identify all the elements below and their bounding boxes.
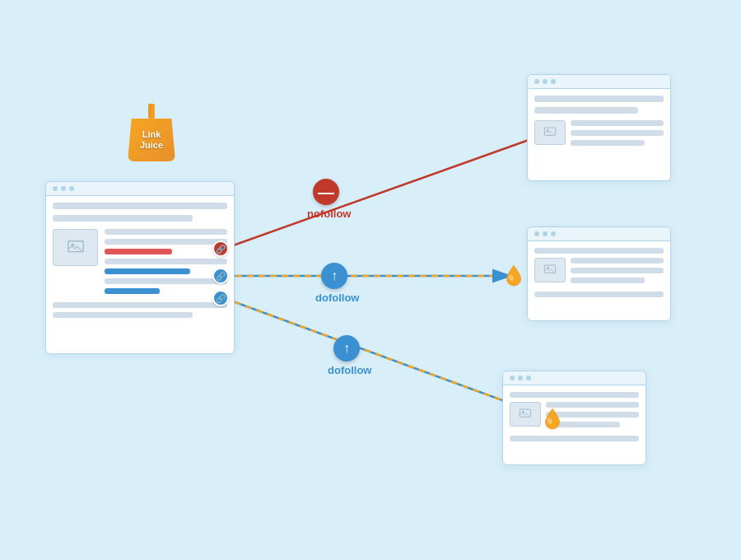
dot2 <box>543 79 548 84</box>
droplet-mid <box>505 264 523 290</box>
cup-label: Link Juice <box>140 129 163 151</box>
juice-cup: Link Juice <box>128 107 175 161</box>
droplet-bot <box>543 407 562 433</box>
cup-straw <box>148 104 155 119</box>
target-bot-toolbar <box>503 371 645 385</box>
line3 <box>105 259 227 264</box>
target-mid-image <box>534 258 566 282</box>
target-bot-content <box>503 385 645 452</box>
target-browser-top <box>527 74 671 181</box>
line6 <box>53 312 193 318</box>
dot1 <box>534 79 539 84</box>
dot1 <box>534 231 539 236</box>
title-line <box>53 203 227 209</box>
dot3 <box>551 79 556 84</box>
tl3 <box>571 120 664 126</box>
dot3 <box>526 376 531 380</box>
target-mid-lines <box>571 258 664 287</box>
ml4 <box>571 278 645 283</box>
line5 <box>53 302 227 308</box>
svg-line-2 <box>224 132 552 249</box>
source-image <box>53 229 98 266</box>
line1 <box>105 229 227 235</box>
ml1 <box>534 248 664 254</box>
target-mid-toolbar <box>528 227 670 241</box>
ml2 <box>571 258 664 264</box>
target-top-image <box>534 120 566 145</box>
blue-link-line2 <box>105 288 160 294</box>
dot2 <box>61 186 66 191</box>
dot2 <box>518 376 523 380</box>
nofollow-icon: — <box>313 179 339 205</box>
target-browser-mid <box>527 226 671 321</box>
dot1 <box>53 186 58 191</box>
line2 <box>105 239 227 245</box>
dot2 <box>543 231 548 236</box>
target-browser-bot <box>502 371 646 465</box>
bl5 <box>510 436 639 441</box>
target-bot-image <box>510 402 541 427</box>
ml5 <box>534 292 664 297</box>
target-top-content <box>528 89 670 156</box>
dot3 <box>69 186 74 191</box>
red-link-icon: 🔗 <box>212 240 229 257</box>
source-browser <box>45 181 235 354</box>
tl4 <box>571 130 664 136</box>
target-mid-content <box>528 241 670 308</box>
tl1 <box>534 96 664 102</box>
red-link-line <box>105 249 172 254</box>
dot3 <box>551 231 556 236</box>
dot1 <box>510 376 515 380</box>
blue-link-line1 <box>105 268 190 274</box>
blue-link-icon-1: 🔗 <box>212 268 229 284</box>
source-content <box>46 196 234 329</box>
bl1 <box>510 392 639 398</box>
source-text-lines <box>105 229 227 298</box>
nofollow-label: nofollow <box>307 208 351 220</box>
line4 <box>105 278 227 284</box>
ml3 <box>571 268 664 273</box>
target-top-lines <box>571 120 664 150</box>
dofollow-label-2: dofollow <box>328 364 371 376</box>
dofollow-icon-2: ↑ <box>333 335 360 362</box>
tl5 <box>571 140 645 146</box>
title-line2 <box>53 215 193 222</box>
dofollow-icon-1: ↑ <box>321 263 347 289</box>
target-top-toolbar <box>528 75 670 89</box>
cup-body: Link Juice <box>128 119 175 161</box>
diagram-container: 🔗 🔗 🔗 Link Juice — nofollow ↑ dofollow ↑ <box>0 0 741 560</box>
blue-link-icon-2: 🔗 <box>212 290 229 306</box>
source-toolbar <box>46 182 234 196</box>
tl2 <box>534 107 638 114</box>
dofollow-label-1: dofollow <box>315 292 359 304</box>
